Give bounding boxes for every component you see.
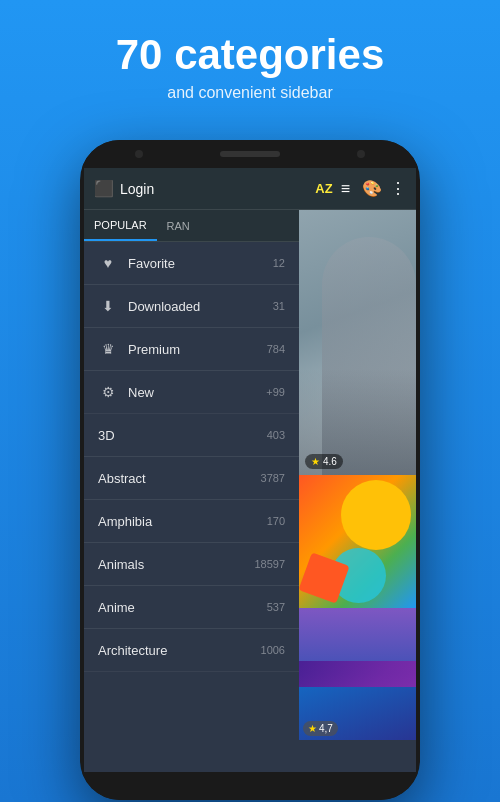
downloaded-count: 31 xyxy=(273,300,285,312)
page-title: 70 categories xyxy=(0,32,500,78)
sidebar-item-premium[interactable]: ♛ Premium 784 xyxy=(84,328,299,370)
favorite-label: Favorite xyxy=(128,256,273,271)
favorite-count: 12 xyxy=(273,257,285,269)
camera-left xyxy=(135,150,143,158)
sidebar-item-abstract[interactable]: Abstract 3787 xyxy=(84,457,299,499)
tabs-row: POPULAR RAN xyxy=(84,210,299,242)
amphibia-label: Amphibia xyxy=(98,514,267,529)
animals-label: Animals xyxy=(98,557,254,572)
sidebar-item-amphibia[interactable]: Amphibia 170 xyxy=(84,500,299,542)
az-sort-label[interactable]: AZ xyxy=(315,181,332,196)
header-section: 70 categories and convenient sidebar xyxy=(0,0,500,102)
wallpaper-geometric[interactable] xyxy=(299,475,416,608)
camera-right xyxy=(357,150,365,158)
sidebar-item-architecture[interactable]: Architecture 1006 xyxy=(84,629,299,671)
wallpaper-bottom: ★ 4,7 xyxy=(299,475,416,740)
animals-count: 18597 xyxy=(254,558,285,570)
3d-count: 403 xyxy=(267,429,285,441)
palette-icon[interactable]: 🎨 xyxy=(362,179,382,198)
sidebar-item-anime[interactable]: Anime 537 xyxy=(84,586,299,628)
sidebar-featured-section: ♥ Favorite 12 ⬇ Downloaded 31 xyxy=(84,242,299,414)
phone-screen: ⬛ Login AZ ≡ 🎨 ⋮ POPULAR RAN xyxy=(84,168,416,772)
sidebar-categories-section: 3D 403 Abstract 3787 Amphibia xyxy=(84,414,299,672)
phone-bottom-bar xyxy=(80,772,420,800)
sidebar-item-downloaded[interactable]: ⬇ Downloaded 31 xyxy=(84,285,299,327)
wallpaper-rating-1: ★ 4.6 xyxy=(305,454,343,469)
app-bar: ⬛ Login AZ ≡ 🎨 ⋮ xyxy=(84,168,416,210)
download-icon: ⬇ xyxy=(98,298,118,314)
sidebar-item-animals[interactable]: Animals 18597 xyxy=(84,543,299,585)
star-icon-1: ★ xyxy=(311,456,320,467)
page-subtitle: and convenient sidebar xyxy=(0,84,500,102)
sidebar-item-3d[interactable]: 3D 403 xyxy=(84,414,299,456)
content-area: POPULAR RAN ♥ Favorite 12 xyxy=(84,210,416,740)
login-label[interactable]: Login xyxy=(120,181,315,197)
rating-value-1: 4.6 xyxy=(323,456,337,467)
wallpaper-rating-2: ★ 4,7 xyxy=(303,721,338,736)
abstract-count: 3787 xyxy=(261,472,285,484)
new-count: +99 xyxy=(266,386,285,398)
tab-random[interactable]: RAN xyxy=(157,210,200,241)
premium-label: Premium xyxy=(128,342,267,357)
sort-icon[interactable]: ≡ xyxy=(341,180,350,198)
downloaded-label: Downloaded xyxy=(128,299,273,314)
new-label: New xyxy=(128,385,266,400)
premium-count: 784 xyxy=(267,343,285,355)
new-icon: ⚙ xyxy=(98,384,118,400)
sidebar-item-favorite[interactable]: ♥ Favorite 12 xyxy=(84,242,299,284)
premium-icon: ♛ xyxy=(98,341,118,357)
amphibia-count: 170 xyxy=(267,515,285,527)
star-icon-2: ★ xyxy=(308,723,317,734)
phone-body: ⬛ Login AZ ≡ 🎨 ⋮ POPULAR RAN xyxy=(80,140,420,800)
login-icon: ⬛ xyxy=(94,179,114,198)
anime-count: 537 xyxy=(267,601,285,613)
sidebar: POPULAR RAN ♥ Favorite 12 xyxy=(84,210,299,740)
3d-label: 3D xyxy=(98,428,267,443)
phone-mockup: ⬛ Login AZ ≡ 🎨 ⋮ POPULAR RAN xyxy=(80,140,420,800)
phone-top-bar xyxy=(80,140,420,168)
rating-value-2: 4,7 xyxy=(319,723,333,734)
favorite-icon: ♥ xyxy=(98,255,118,271)
abstract-label: Abstract xyxy=(98,471,261,486)
sidebar-item-new[interactable]: ⚙ New +99 xyxy=(84,371,299,413)
wallpaper-mountain[interactable]: ★ 4,7 xyxy=(299,608,416,741)
architecture-count: 1006 xyxy=(261,644,285,656)
more-menu-icon[interactable]: ⋮ xyxy=(390,179,406,198)
architecture-label: Architecture xyxy=(98,643,261,658)
wallpaper-panel: ★ 4.6 xyxy=(299,210,416,740)
phone-speaker xyxy=(220,151,280,157)
wallpaper-top[interactable]: ★ 4.6 xyxy=(299,210,416,475)
anime-label: Anime xyxy=(98,600,267,615)
tab-popular[interactable]: POPULAR xyxy=(84,210,157,241)
